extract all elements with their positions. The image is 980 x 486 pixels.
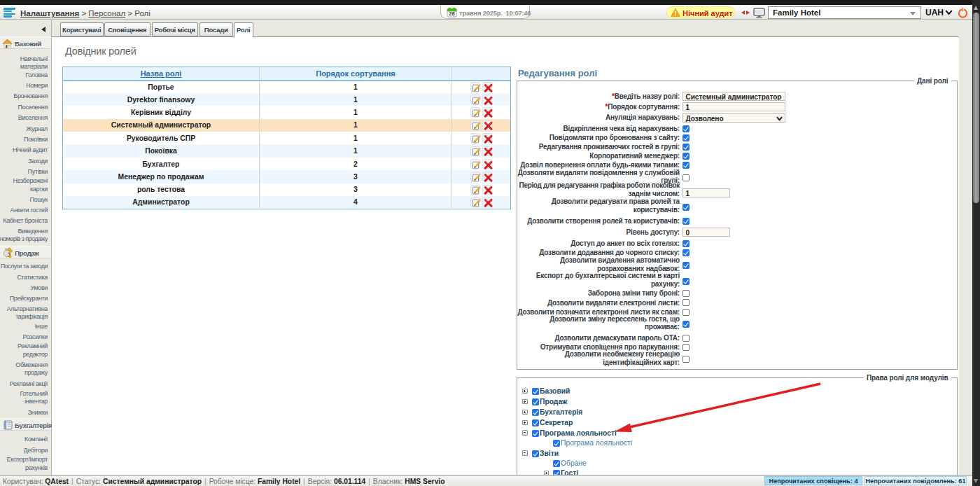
svg-text:28: 28 [449, 11, 454, 17]
